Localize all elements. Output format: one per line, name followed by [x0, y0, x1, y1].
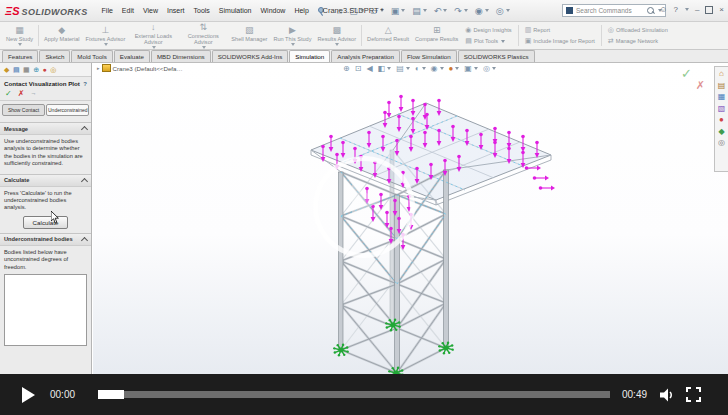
plot-tools-button[interactable]: ▤ Plot Tools — [465, 37, 511, 45]
undo-icon[interactable]: ↶ — [434, 6, 448, 16]
play-button[interactable] — [22, 387, 35, 403]
dimxpertmanager-tab-icon[interactable]: ⊕ — [33, 66, 39, 73]
display-style-icon[interactable]: ◐ — [415, 64, 426, 73]
design-insights-icon: ◉ — [465, 26, 471, 34]
tab-mold-tools[interactable]: Mold Tools — [71, 50, 112, 62]
manage-network-button[interactable]: ⇄ Manage Network — [608, 37, 668, 45]
calculate-button[interactable]: Calculate — [23, 216, 69, 229]
edit-appearance-icon[interactable]: ● — [449, 64, 460, 73]
heads-up-view-toolbar: ⊕ ⊡ ◀ ◧ ▤ ◐ ◉ ● ▣ ◎ — [343, 64, 496, 73]
show-contact-tab[interactable]: Show Contact — [2, 104, 45, 116]
apply-scene-icon[interactable]: ▣ — [464, 64, 478, 73]
print-icon[interactable]: ▤ — [412, 6, 427, 16]
design-insights-button[interactable]: ◉ Design Insights — [465, 26, 511, 34]
underconstrained-bodies-listbox[interactable] — [4, 274, 87, 346]
apply-material-button[interactable]: ◆ Apply Material — [41, 22, 82, 49]
restore-button[interactable] — [705, 6, 713, 14]
tab-simulation[interactable]: Simulation — [289, 50, 330, 62]
report-icon: ▥ — [525, 26, 532, 34]
save-icon[interactable]: ▣ — [391, 6, 406, 16]
underconstrained-bodies-section-header[interactable]: Underconstrained bodies — [0, 233, 91, 246]
featuremanager-tab-icon[interactable]: ◆ — [4, 66, 9, 73]
run-this-study-icon: ▶ — [289, 26, 296, 35]
offloaded-simulation-group: ◎ Offloaded Simulation ⇄ Manage Network — [604, 22, 672, 49]
tab-flow-simulation[interactable]: Flow Simulation — [401, 50, 457, 62]
zoom-to-area-icon[interactable]: ⊡ — [355, 64, 362, 73]
run-this-study-button[interactable]: ▶ Run This Study — [270, 22, 314, 49]
view-palette-icon[interactable]: ▧ — [718, 104, 726, 113]
fullscreen-button[interactable] — [686, 387, 701, 402]
close-button[interactable]: × — [719, 5, 724, 14]
simulation-advisor-tab-icon[interactable]: ◎ — [50, 66, 56, 73]
underconstrained-bodies-tab[interactable]: Underconstrained Bodies — [46, 104, 89, 116]
report-button[interactable]: ▥ Report — [525, 26, 595, 34]
help-caret-icon[interactable] — [685, 8, 689, 11]
view-settings-icon[interactable]: ◎ — [483, 64, 496, 73]
menu-window[interactable]: Window — [261, 7, 286, 14]
message-section-header[interactable]: Message — [0, 122, 91, 135]
calculate-section-header[interactable]: Calculate — [0, 174, 91, 187]
connections-advisor-button[interactable]: ⇅ Connections Advisor — [178, 22, 228, 49]
design-library-icon[interactable]: ▤ — [718, 81, 726, 90]
search-placeholder: Search Commands — [576, 7, 644, 14]
hide-show-items-icon[interactable]: ◉ — [431, 64, 444, 73]
search-commands-box[interactable]: Search Commands — [562, 4, 666, 17]
fixtures-advisor-button[interactable]: ⊥ Fixtures Advisor — [83, 22, 129, 49]
window-controls: ☺ ? – × — [659, 5, 724, 14]
menu-help[interactable]: Help — [294, 7, 308, 14]
expand-arrow-icon[interactable]: ▸ — [97, 65, 100, 71]
redo-icon[interactable]: ↷ — [454, 6, 468, 16]
section-view-icon[interactable]: ◧ — [378, 64, 392, 73]
offloaded-simulation-button[interactable]: ◎ Offloaded Simulation — [608, 26, 668, 34]
propertymanager-tab-icon[interactable]: ▤ — [13, 66, 20, 73]
menu-insert[interactable]: Insert — [167, 7, 185, 14]
tab-solidworks-plastics[interactable]: SOLIDWORKS Plastics — [458, 50, 535, 62]
forum-icon[interactable]: ◎ — [718, 138, 725, 147]
tab-features[interactable]: Features — [2, 50, 38, 62]
displaymanager-tab-icon[interactable]: ● — [43, 66, 47, 73]
menu-simulation[interactable]: Simulation — [219, 7, 252, 14]
minimize-button[interactable]: – — [695, 5, 699, 14]
volume-icon[interactable] — [659, 388, 676, 402]
external-loads-advisor-button[interactable]: ↓ External Loads Advisor — [128, 22, 178, 49]
apply-material-icon: ◆ — [58, 26, 65, 35]
results-advisor-button[interactable]: ▩ Results Advisor — [315, 22, 360, 49]
menu-edit[interactable]: Edit — [122, 7, 134, 14]
tab-analysis-preparation[interactable]: Analysis Preparation — [331, 50, 400, 62]
new-study-button[interactable]: ▦ New Study — [3, 22, 36, 49]
user-login-icon[interactable]: ☺ — [659, 5, 667, 14]
confirmation-cancel-icon[interactable]: ✗ — [696, 79, 705, 92]
appearances-scenes-icon[interactable]: ● — [719, 115, 724, 124]
pm-detach-icon[interactable]: → — [30, 89, 36, 98]
previous-view-icon[interactable]: ◀ — [366, 64, 372, 73]
tab-solidworks-add-ins[interactable]: SOLIDWORKS Add-Ins — [212, 50, 289, 62]
tab-mbd-dimensions[interactable]: MBD Dimensions — [151, 50, 211, 62]
menu-view[interactable]: View — [143, 7, 158, 14]
pm-help-icon[interactable]: ? — [83, 81, 87, 87]
pm-cancel-button[interactable]: ✗ — [18, 89, 25, 98]
tab-evaluate[interactable]: Evaluate — [114, 50, 150, 62]
file-explorer-icon[interactable]: ▦ — [718, 92, 726, 101]
rebuild-icon[interactable]: ◉ — [475, 6, 489, 16]
confirmation-ok-icon[interactable]: ✓ — [681, 66, 692, 81]
compare-results-button[interactable]: ⊞ Compare Results — [412, 22, 461, 49]
progress-bar[interactable] — [98, 391, 610, 398]
play-button-overlay[interactable] — [313, 156, 415, 258]
menu-file[interactable]: File — [102, 7, 113, 14]
pm-ok-button[interactable]: ✓ — [5, 89, 12, 98]
view-orientation-icon[interactable]: ▤ — [396, 64, 410, 73]
custom-properties-icon[interactable]: ◆ — [718, 127, 724, 136]
menu-tools[interactable]: Tools — [193, 7, 209, 14]
shell-manager-button[interactable]: ▧ Shell Manager — [228, 22, 270, 49]
zoom-to-fit-icon[interactable]: ⊕ — [343, 64, 350, 73]
deformed-result-button[interactable]: △ Deformed Result — [364, 22, 412, 49]
include-image-for-report-button[interactable]: ▣ Include Image for Report — [525, 37, 595, 45]
tab-sketch[interactable]: Sketch — [39, 50, 70, 62]
solidworks-resources-icon[interactable]: ⌂ — [719, 69, 724, 78]
feature-tree-root[interactable]: ▸ Crane3 (Default<<Defa… — [97, 64, 183, 72]
document-title: Crane3.SLDPRT * — [322, 6, 383, 15]
configurationmanager-tab-icon[interactable]: ▦ — [23, 66, 30, 73]
help-icon[interactable]: ? — [673, 5, 677, 14]
search-icon[interactable] — [647, 7, 654, 14]
options-icon[interactable]: ◎ — [496, 6, 510, 16]
